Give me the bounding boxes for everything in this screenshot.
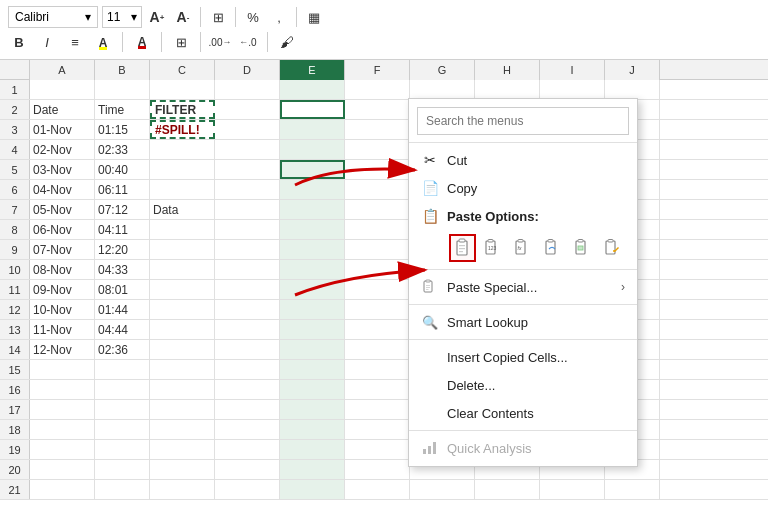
context-menu-cut[interactable]: Cut <box>409 146 637 174</box>
col-header-i[interactable]: I <box>540 60 605 80</box>
cell-e4[interactable] <box>280 140 345 159</box>
paste-button-1[interactable] <box>449 234 476 262</box>
search-menus-input[interactable] <box>417 107 629 135</box>
paste-button-picture[interactable] <box>568 234 595 262</box>
cell-h1[interactable] <box>475 80 540 99</box>
cell-b5[interactable]: 00:40 <box>95 160 150 179</box>
cell-d2[interactable] <box>215 100 280 119</box>
cell-c14[interactable] <box>150 340 215 359</box>
cell-d1[interactable] <box>215 80 280 99</box>
col-header-j[interactable]: J <box>605 60 660 80</box>
cell-e3[interactable] <box>280 120 345 139</box>
row-num-8[interactable]: 8 <box>0 220 30 239</box>
col-header-b[interactable]: B <box>95 60 150 80</box>
cell-a1[interactable] <box>30 80 95 99</box>
col-header-d[interactable]: D <box>215 60 280 80</box>
cell-e6[interactable] <box>280 180 345 199</box>
col-header-f[interactable]: F <box>345 60 410 80</box>
cell-a10[interactable]: 08-Nov <box>30 260 95 279</box>
row-num-6[interactable]: 6 <box>0 180 30 199</box>
row-num-13[interactable]: 13 <box>0 320 30 339</box>
cell-d6[interactable] <box>215 180 280 199</box>
paste-button-formatting[interactable] <box>598 234 625 262</box>
cell-f6[interactable] <box>345 180 410 199</box>
row-num-1[interactable]: 1 <box>0 80 30 99</box>
cell-f14[interactable] <box>345 340 410 359</box>
decrease-font-button[interactable]: A- <box>172 6 194 28</box>
cell-b10[interactable]: 04:33 <box>95 260 150 279</box>
cell-b7[interactable]: 07:12 <box>95 200 150 219</box>
cell-d14[interactable] <box>215 340 280 359</box>
cell-d4[interactable] <box>215 140 280 159</box>
bold-button[interactable]: B <box>8 31 30 53</box>
highlight-color-button[interactable]: A <box>92 31 114 53</box>
context-menu-insert-copied[interactable]: Insert Copied Cells... <box>409 343 637 371</box>
row-num-12[interactable]: 12 <box>0 300 30 319</box>
row-num-5[interactable]: 5 <box>0 160 30 179</box>
cell-c6[interactable] <box>150 180 215 199</box>
cell-d10[interactable] <box>215 260 280 279</box>
cell-b8[interactable]: 04:11 <box>95 220 150 239</box>
cell-d11[interactable] <box>215 280 280 299</box>
col-header-g[interactable]: G <box>410 60 475 80</box>
cell-a12[interactable]: 10-Nov <box>30 300 95 319</box>
cell-f9[interactable] <box>345 240 410 259</box>
row-num-3[interactable]: 3 <box>0 120 30 139</box>
cell-b6[interactable]: 06:11 <box>95 180 150 199</box>
cell-d7[interactable] <box>215 200 280 219</box>
cell-a13[interactable]: 11-Nov <box>30 320 95 339</box>
cell-b14[interactable]: 02:36 <box>95 340 150 359</box>
cell-e5[interactable] <box>280 160 345 179</box>
row-num-9[interactable]: 9 <box>0 240 30 259</box>
cell-g1[interactable] <box>410 80 475 99</box>
comma-button[interactable]: , <box>268 6 290 28</box>
col-header-c[interactable]: C <box>150 60 215 80</box>
cell-e7[interactable] <box>280 200 345 219</box>
cell-f7[interactable] <box>345 200 410 219</box>
cell-c11[interactable] <box>150 280 215 299</box>
cell-c7[interactable]: Data <box>150 200 215 219</box>
row-num-10[interactable]: 10 <box>0 260 30 279</box>
cell-e11[interactable] <box>280 280 345 299</box>
context-menu-smart-lookup[interactable]: Smart Lookup <box>409 308 637 336</box>
cell-c4[interactable] <box>150 140 215 159</box>
paste-button-link[interactable] <box>539 234 566 262</box>
cell-d13[interactable] <box>215 320 280 339</box>
paste-button-formula[interactable]: fx <box>509 234 536 262</box>
cell-c9[interactable] <box>150 240 215 259</box>
context-menu-clear-contents[interactable]: Clear Contents <box>409 399 637 427</box>
cell-f5[interactable] <box>345 160 410 179</box>
paintbrush-button[interactable]: 🖌 <box>276 31 298 53</box>
row-num-7[interactable]: 7 <box>0 200 30 219</box>
row-num-4[interactable]: 4 <box>0 140 30 159</box>
increase-decimal-button[interactable]: .00→ <box>209 31 231 53</box>
borders-button[interactable]: ⊞ <box>170 31 192 53</box>
cell-c10[interactable] <box>150 260 215 279</box>
align-button[interactable]: ≡ <box>64 31 86 53</box>
cell-e13[interactable] <box>280 320 345 339</box>
cell-b1[interactable] <box>95 80 150 99</box>
cell-a2[interactable]: Date <box>30 100 95 119</box>
cell-e9[interactable] <box>280 240 345 259</box>
cell-b9[interactable]: 12:20 <box>95 240 150 259</box>
row-num-11[interactable]: 11 <box>0 280 30 299</box>
cell-a4[interactable]: 02-Nov <box>30 140 95 159</box>
cell-f10[interactable] <box>345 260 410 279</box>
cell-d12[interactable] <box>215 300 280 319</box>
cell-f13[interactable] <box>345 320 410 339</box>
col-header-h[interactable]: H <box>475 60 540 80</box>
cell-c12[interactable] <box>150 300 215 319</box>
cell-e12[interactable] <box>280 300 345 319</box>
cell-c5[interactable] <box>150 160 215 179</box>
cell-b13[interactable]: 04:44 <box>95 320 150 339</box>
cell-d8[interactable] <box>215 220 280 239</box>
cell-e10[interactable] <box>280 260 345 279</box>
cell-a9[interactable]: 07-Nov <box>30 240 95 259</box>
cell-c8[interactable] <box>150 220 215 239</box>
merge-cells-button[interactable]: ⊞ <box>207 6 229 28</box>
font-size-selector[interactable]: 11 ▾ <box>102 6 142 28</box>
decrease-decimal-button[interactable]: ←.0 <box>237 31 259 53</box>
font-color-button[interactable]: A <box>131 31 153 53</box>
cell-f12[interactable] <box>345 300 410 319</box>
increase-font-button[interactable]: A+ <box>146 6 168 28</box>
